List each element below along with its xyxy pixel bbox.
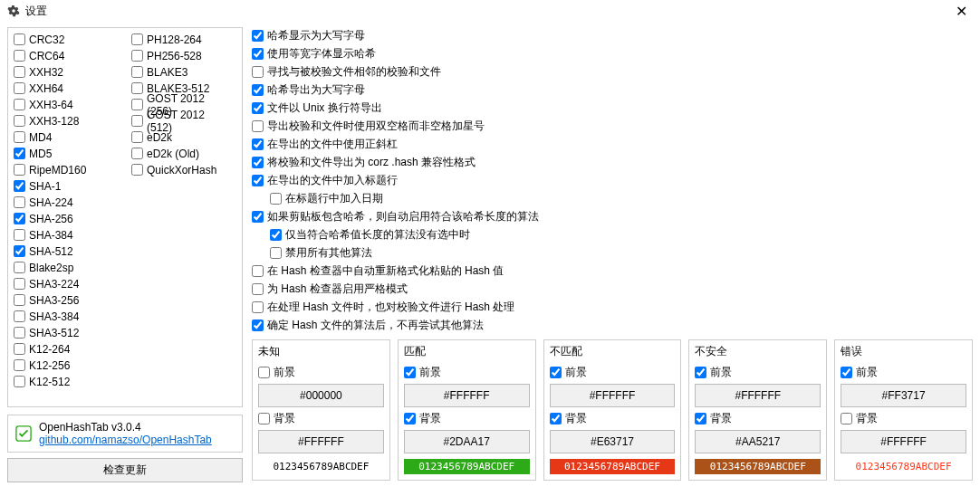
algo-ph256528[interactable]: PH256-528 — [131, 48, 233, 63]
algo-md4[interactable]: MD4 — [14, 129, 131, 145]
algo-blake3[interactable]: BLAKE3 — [131, 64, 233, 80]
algo-k12-512[interactable]: K12-512 — [14, 374, 131, 389]
algo-gost2012512-checkbox[interactable] — [131, 115, 143, 127]
fg-checkbox[interactable] — [404, 367, 416, 378]
algo-md5[interactable]: MD5 — [14, 146, 131, 161]
algo-crc64-checkbox[interactable] — [14, 50, 25, 62]
algo-xxh3-128-checkbox[interactable] — [14, 115, 25, 127]
algo-sha-256[interactable]: SHA-256 — [14, 211, 131, 226]
algo-sha3-224[interactable]: SHA3-224 — [14, 276, 131, 291]
bg-color-button[interactable]: #AA5217 — [695, 430, 821, 453]
algo-ed2kold[interactable]: eD2k (Old) — [131, 146, 233, 161]
option-7[interactable]: 将校验和文件导出为 corz .hash 兼容性格式 — [252, 154, 973, 171]
algo-xxh32[interactable]: XXH32 — [14, 64, 131, 80]
bg-color-button[interactable]: #FFFFFF — [841, 430, 966, 453]
algo-crc64[interactable]: CRC64 — [14, 48, 131, 63]
algo-xxh3-128[interactable]: XXH3-128 — [14, 113, 131, 129]
algo-crc32[interactable]: CRC32 — [14, 32, 131, 47]
github-link[interactable]: github.com/namazso/OpenHashTab — [39, 434, 212, 446]
option-9[interactable]: 在标题行中加入日期 — [252, 190, 973, 207]
bg-color-button[interactable]: #FFFFFF — [258, 430, 384, 453]
algo-xxh3-64[interactable]: XXH3-64 — [14, 97, 131, 112]
option-10-checkbox[interactable] — [252, 211, 264, 223]
fg-color-button[interactable]: #000000 — [258, 384, 384, 407]
option-7-checkbox[interactable] — [252, 157, 264, 168]
fg-checkbox[interactable] — [841, 367, 852, 378]
option-13-checkbox[interactable] — [252, 265, 264, 277]
algo-ed2kold-checkbox[interactable] — [131, 148, 143, 159]
option-14-checkbox[interactable] — [252, 283, 264, 295]
option-11-checkbox[interactable] — [270, 229, 282, 241]
bg-color-button[interactable]: #E63717 — [550, 430, 676, 453]
algo-sha3-256[interactable]: SHA3-256 — [14, 292, 131, 308]
fg-color-button[interactable]: #FFFFFF — [404, 384, 530, 407]
algo-sha-1[interactable]: SHA-1 — [14, 178, 131, 194]
algo-ripemd160-checkbox[interactable] — [14, 164, 25, 176]
fg-color-button[interactable]: #FFFFFF — [550, 384, 676, 407]
algo-sha3-224-checkbox[interactable] — [14, 278, 25, 290]
fg-checkbox[interactable] — [258, 367, 270, 378]
option-4-checkbox[interactable] — [252, 102, 264, 114]
option-2-checkbox[interactable] — [252, 66, 264, 78]
algo-md4-checkbox[interactable] — [14, 131, 25, 143]
algo-xxh64[interactable]: XXH64 — [14, 81, 131, 96]
option-8-checkbox[interactable] — [252, 175, 264, 186]
algo-sha-384[interactable]: SHA-384 — [14, 227, 131, 243]
option-6[interactable]: 在导出的文件中使用正斜杠 — [252, 136, 973, 153]
option-3[interactable]: 哈希导出为大写字母 — [252, 81, 973, 99]
option-11[interactable]: 仅当符合哈希值长度的算法没有选中时 — [252, 226, 973, 243]
algo-gost2012512[interactable]: GOST 2012 (512) — [131, 113, 233, 129]
option-15-checkbox[interactable] — [252, 301, 264, 313]
algo-sha-224-checkbox[interactable] — [14, 196, 25, 208]
option-4[interactable]: 文件以 Unix 换行符导出 — [252, 100, 973, 117]
option-12-checkbox[interactable] — [270, 247, 282, 259]
option-10[interactable]: 如果剪贴板包含哈希，则自动启用符合该哈希长度的算法 — [252, 208, 973, 225]
algo-xxh64-checkbox[interactable] — [14, 82, 25, 94]
option-16-checkbox[interactable] — [252, 320, 264, 331]
option-13[interactable]: 在 Hash 检查器中自动重新格式化粘贴的 Hash 值 — [252, 262, 973, 280]
option-16[interactable]: 确定 Hash 文件的算法后，不再尝试其他算法 — [252, 317, 973, 334]
option-6-checkbox[interactable] — [252, 138, 264, 150]
fg-checkbox[interactable] — [695, 367, 706, 378]
option-5-checkbox[interactable] — [252, 120, 264, 132]
option-2[interactable]: 寻找与被校验文件相邻的校验和文件 — [252, 63, 973, 81]
algo-k12-512-checkbox[interactable] — [14, 376, 25, 387]
algo-ph128264[interactable]: PH128-264 — [131, 32, 233, 47]
algo-k12-264[interactable]: K12-264 — [14, 341, 131, 357]
algo-quickxorhash[interactable]: QuickXorHash — [131, 162, 233, 177]
algo-sha3-384[interactable]: SHA3-384 — [14, 309, 131, 324]
algo-sha-512[interactable]: SHA-512 — [14, 243, 131, 259]
algo-sha-512-checkbox[interactable] — [14, 245, 25, 257]
algo-ph256528-checkbox[interactable] — [131, 50, 143, 62]
algo-xxh32-checkbox[interactable] — [14, 66, 25, 78]
algo-ed2k[interactable]: eD2k — [131, 129, 233, 145]
algo-gost2012256-checkbox[interactable] — [131, 99, 143, 110]
algo-k12-264-checkbox[interactable] — [14, 343, 25, 355]
algo-ripemd160[interactable]: RipeMD160 — [14, 162, 131, 177]
algo-blake2sp-checkbox[interactable] — [14, 262, 25, 273]
algo-blake3-checkbox[interactable] — [131, 66, 143, 78]
check-update-button[interactable]: 检查更新 — [7, 458, 243, 482]
option-0[interactable]: 哈希显示为大写字母 — [252, 27, 973, 44]
algo-ed2k-checkbox[interactable] — [131, 131, 143, 143]
algo-sha3-512-checkbox[interactable] — [14, 327, 25, 339]
option-15[interactable]: 在处理 Hash 文件时，也对校验文件进行 Hash 处理 — [252, 299, 973, 316]
algo-xxh3-64-checkbox[interactable] — [14, 99, 25, 110]
algo-sha3-512[interactable]: SHA3-512 — [14, 325, 131, 340]
option-12[interactable]: 禁用所有其他算法 — [252, 244, 973, 262]
option-1[interactable]: 使用等宽字体显示哈希 — [252, 45, 973, 62]
algo-quickxorhash-checkbox[interactable] — [131, 164, 143, 176]
algo-sha-256-checkbox[interactable] — [14, 213, 25, 224]
option-3-checkbox[interactable] — [252, 84, 264, 96]
option-0-checkbox[interactable] — [252, 30, 264, 42]
bg-color-button[interactable]: #2DAA17 — [404, 430, 530, 453]
fg-color-button[interactable]: #FF3717 — [841, 384, 966, 407]
algo-sha3-256-checkbox[interactable] — [14, 294, 25, 306]
algo-k12-256-checkbox[interactable] — [14, 359, 25, 371]
option-5[interactable]: 导出校验和文件时使用双空格而非空格加星号 — [252, 118, 973, 135]
algo-blake3512-checkbox[interactable] — [131, 82, 143, 94]
close-button[interactable]: ✕ — [950, 3, 973, 20]
algo-sha-224[interactable]: SHA-224 — [14, 195, 131, 210]
algo-blake2sp[interactable]: Blake2sp — [14, 260, 131, 275]
algo-sha3-384-checkbox[interactable] — [14, 310, 25, 322]
